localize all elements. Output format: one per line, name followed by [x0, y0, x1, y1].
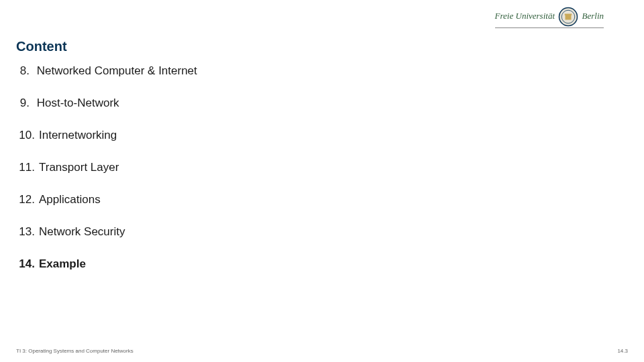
- list-item-current: 14. Example: [16, 257, 197, 271]
- item-number: 10.: [16, 129, 35, 142]
- logo-text: Freie Universität Berlin: [495, 7, 604, 28]
- svg-rect-2: [566, 15, 572, 20]
- item-number: 12.: [16, 193, 35, 206]
- list-item: 9. Host-to-Network: [16, 97, 197, 110]
- item-text: Host-to-Network: [37, 97, 119, 110]
- university-logo: Freie Universität Berlin: [495, 7, 604, 28]
- item-number: 14.: [16, 257, 35, 271]
- list-item: 10. Internetworking: [16, 129, 197, 142]
- svg-rect-3: [565, 14, 572, 15]
- list-item: 13. Network Security: [16, 225, 197, 239]
- page-title: Content: [16, 39, 67, 54]
- content-list: 8. Networked Computer & Internet 9. Host…: [16, 64, 197, 290]
- list-item: 8. Networked Computer & Internet: [16, 64, 197, 78]
- logo-text-part1: Freie Universität: [495, 11, 555, 21]
- item-number: 13.: [16, 225, 35, 239]
- item-text: Network Security: [39, 225, 125, 239]
- item-text: Example: [39, 257, 86, 271]
- item-number: 11.: [16, 161, 35, 174]
- list-item: 12. Applications: [16, 193, 197, 206]
- item-number: 8.: [16, 64, 30, 78]
- seal-icon: [558, 7, 578, 27]
- item-text: Internetworking: [39, 129, 117, 142]
- item-text: Transport Layer: [39, 161, 119, 174]
- footer-course-title: TI 3: Operating Systems and Computer Net…: [16, 348, 133, 354]
- footer-page-number: 14.3: [617, 348, 628, 354]
- item-text: Networked Computer & Internet: [37, 64, 197, 78]
- list-item: 11. Transport Layer: [16, 161, 197, 174]
- logo-text-part2: Berlin: [582, 11, 604, 21]
- item-text: Applications: [39, 193, 101, 206]
- item-number: 9.: [16, 97, 30, 110]
